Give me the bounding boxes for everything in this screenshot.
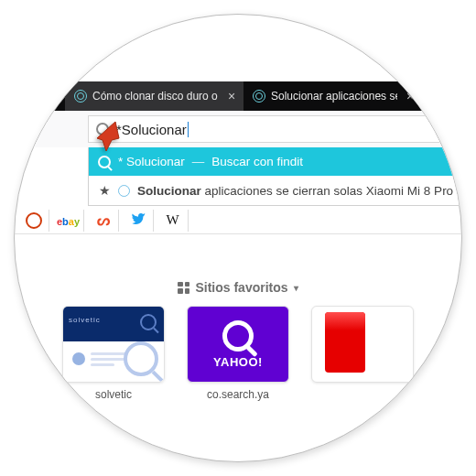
search-icon — [98, 156, 111, 168]
tile-yahoo[interactable]: YAHOO! co.search.ya — [187, 306, 289, 401]
bookmark-star-icon: ★ — [98, 183, 111, 198]
stumble-icon: ᔕ — [97, 211, 110, 229]
search-icon — [124, 341, 158, 376]
close-icon[interactable]: × — [403, 89, 417, 103]
bookmark-item[interactable] — [18, 210, 49, 232]
new-tab-button[interactable]: + — [422, 81, 448, 111]
close-icon[interactable]: × — [224, 89, 239, 103]
tile-thumb: YAHOO! — [187, 306, 289, 383]
url-suggestions: * Solucionar — Buscar con findit ★ Soluc… — [88, 147, 461, 206]
twitter-icon — [131, 211, 146, 229]
search-icon — [222, 320, 254, 352]
new-tab-content: Sitios favoritos ▾ solvetic solvetic YAH… — [15, 280, 461, 401]
url-bar-text: * Solucionar — [116, 122, 189, 137]
tab-2[interactable]: Solucionar aplicaciones se × — [243, 81, 422, 111]
site-icon — [26, 212, 42, 229]
suggestion-history[interactable]: ★ Solucionar aplicaciones se cierran sol… — [89, 176, 460, 205]
tab-title: Solucionar aplicaciones se — [271, 90, 397, 103]
ebay-icon: ebay — [57, 213, 80, 228]
tile-thumb — [311, 306, 414, 383]
tile-solvetic[interactable]: solvetic solvetic — [62, 306, 165, 401]
bookmark-item-wikipedia[interactable]: W — [157, 210, 189, 232]
suggestion-text: * Solucionar — [118, 155, 185, 168]
top-sites-tiles: solvetic solvetic YAHOO! co.search.ya — [62, 306, 414, 401]
suggestion-hint: Buscar con findit — [211, 155, 303, 168]
globe-icon — [74, 90, 87, 103]
tile-label: solvetic — [95, 388, 132, 401]
grid-icon — [178, 282, 189, 294]
top-sites-header[interactable]: Sitios favoritos ▾ — [178, 280, 298, 295]
tile-label: co.search.ya — [207, 388, 269, 401]
suggestion-search[interactable]: * Solucionar — Buscar con findit — [89, 147, 460, 176]
text-caret — [188, 122, 189, 137]
suggestion-separator: — — [192, 155, 205, 168]
tile-3[interactable] — [311, 306, 414, 401]
top-sites-label: Sitios favoritos — [195, 280, 287, 295]
url-bar-row: * Solucionar — [15, 111, 461, 147]
search-icon — [140, 314, 157, 330]
tab-title: Cómo clonar disco duro o — [92, 90, 219, 103]
bookmark-item[interactable]: ᔕ — [88, 210, 119, 232]
tab-strip: Cómo clonar disco duro o × Solucionar ap… — [15, 81, 461, 111]
chevron-down-icon: ▾ — [294, 283, 298, 293]
tab-1[interactable]: Cómo clonar disco duro o × — [65, 81, 243, 111]
annotation-arrow-icon — [88, 118, 124, 155]
url-bar[interactable]: * Solucionar — [88, 115, 458, 143]
globe-icon — [118, 185, 130, 197]
globe-icon — [253, 90, 265, 103]
bookmark-item-ebay[interactable]: ebay — [53, 210, 84, 232]
suggestion-text: Solucionar aplicaciones se cierran solas… — [137, 184, 462, 198]
bookmark-item-twitter[interactable] — [123, 210, 154, 232]
bookmarks-toolbar: ebay ᔕ W — [15, 207, 461, 234]
tile-thumb: solvetic — [62, 306, 165, 383]
wikipedia-icon: W — [166, 212, 178, 228]
